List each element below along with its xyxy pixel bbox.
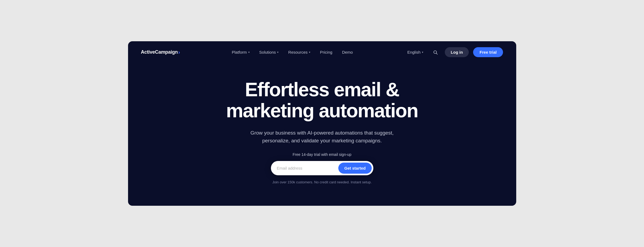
search-button[interactable]: [430, 48, 440, 56]
chevron-down-icon: ▾: [277, 51, 278, 54]
nav-link-pricing[interactable]: Pricing: [316, 48, 336, 57]
nav-link-platform[interactable]: Platform ▾: [228, 48, 253, 57]
nav-label-resources: Resources: [288, 50, 308, 54]
nav-link-solutions[interactable]: Solutions ▾: [256, 48, 283, 57]
hero-subtitle: Grow your business with AI-powered autom…: [247, 129, 398, 145]
nav-item-platform: Platform ▾: [228, 48, 253, 57]
nav-label-solutions: Solutions: [259, 50, 276, 54]
hero-section: Effortless email & marketing automation …: [128, 63, 516, 205]
nav-item-solutions: Solutions ▾: [256, 48, 283, 57]
nav-right: English ▾ Log in Free trial: [405, 47, 503, 57]
trial-label: Free 14-day trial with email sign-up: [293, 152, 352, 157]
logo-arrow: ›: [178, 49, 180, 55]
main-card: ActiveCampaign› Platform ▾ Solutions ▾: [128, 41, 516, 205]
free-trial-button[interactable]: Free trial: [473, 47, 503, 57]
chevron-down-icon: ▾: [309, 51, 310, 54]
nav-link-resources[interactable]: Resources ▾: [284, 48, 314, 57]
svg-line-1: [436, 53, 437, 54]
nav-label-pricing: Pricing: [320, 50, 332, 54]
nav-item-demo: Demo: [338, 48, 357, 57]
chevron-down-icon: ▾: [422, 51, 423, 54]
logo[interactable]: ActiveCampaign›: [141, 49, 180, 55]
nav-label-platform: Platform: [232, 50, 247, 54]
email-input[interactable]: [277, 166, 339, 170]
hero-title: Effortless email & marketing automation: [217, 79, 427, 121]
get-started-button[interactable]: Get started: [338, 163, 371, 174]
language-selector[interactable]: English ▾: [405, 48, 426, 56]
nav-label-demo: Demo: [342, 50, 353, 54]
chevron-down-icon: ▾: [248, 51, 250, 54]
social-proof: Join over 150k customers. No credit card…: [272, 180, 372, 184]
search-icon: [433, 50, 438, 55]
navbar: ActiveCampaign› Platform ▾ Solutions ▾: [128, 41, 516, 63]
page-wrapper: ActiveCampaign› Platform ▾ Solutions ▾: [128, 41, 516, 205]
nav-item-pricing: Pricing: [316, 48, 336, 57]
nav-item-resources: Resources ▾: [284, 48, 314, 57]
email-form: Get started: [271, 161, 373, 175]
language-label: English: [407, 50, 421, 54]
nav-link-demo[interactable]: Demo: [338, 48, 357, 57]
login-button[interactable]: Log in: [445, 47, 469, 57]
logo-text: ActiveCampaign: [141, 49, 178, 55]
nav-links: Platform ▾ Solutions ▾ Resources ▾: [228, 48, 357, 57]
